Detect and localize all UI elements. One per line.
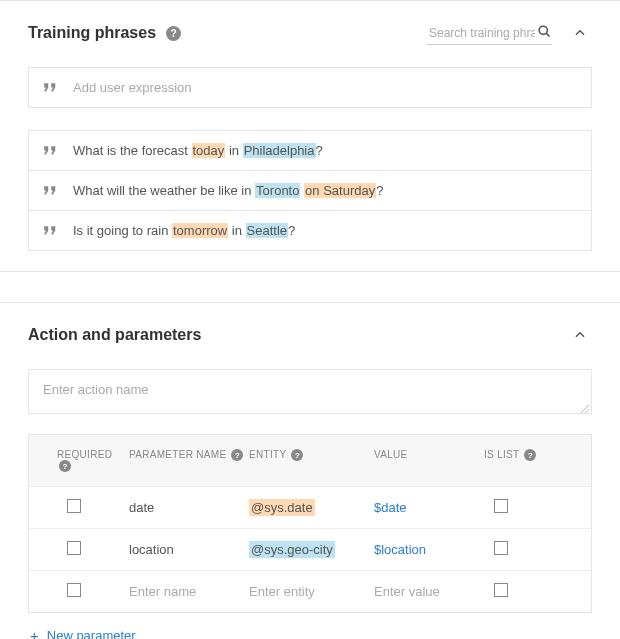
action-parameters-header: Action and parameters	[28, 323, 592, 347]
entity-badge[interactable]: @sys.geo-city	[249, 541, 335, 558]
param-value-cell[interactable]: $location	[374, 542, 426, 557]
is-list-checkbox[interactable]	[494, 583, 508, 597]
training-phrase-row[interactable]: What is the forecast today in Philadelph…	[29, 131, 591, 170]
quote-icon	[43, 145, 59, 157]
quote-icon	[43, 82, 59, 94]
header-entity: ENTITY ?	[249, 449, 374, 472]
city-entity-highlight[interactable]: Seattle	[246, 223, 288, 238]
training-phrases-list: What is the forecast today in Philadelph…	[28, 130, 592, 251]
training-search[interactable]	[427, 22, 552, 45]
quote-icon	[43, 225, 59, 237]
parameter-row[interactable]: location @sys.geo-city $location	[29, 528, 591, 570]
param-entity-placeholder[interactable]: Enter entity	[249, 584, 374, 599]
help-icon[interactable]: ?	[231, 449, 243, 461]
required-checkbox[interactable]	[67, 499, 81, 513]
parameter-row-empty[interactable]: Enter name Enter entity Enter value	[29, 570, 591, 612]
is-list-checkbox[interactable]	[494, 499, 508, 513]
help-icon[interactable]: ?	[524, 449, 536, 461]
action-parameters-title: Action and parameters	[28, 326, 201, 344]
param-name-cell[interactable]: date	[129, 500, 249, 515]
action-name-field[interactable]	[28, 369, 592, 414]
header-param-name: PARAMETER NAME ?	[129, 449, 249, 472]
param-value-cell[interactable]: $date	[374, 500, 407, 515]
add-expression-input[interactable]	[73, 80, 577, 95]
header-value: VALUE	[374, 449, 484, 472]
collapse-training-icon[interactable]	[568, 21, 592, 45]
date-entity-highlight[interactable]: tomorrow	[172, 223, 228, 238]
required-checkbox[interactable]	[67, 541, 81, 555]
collapse-action-icon[interactable]	[568, 323, 592, 347]
parameters-table: REQUIRED ? PARAMETER NAME ? ENTITY ? VAL…	[28, 434, 592, 613]
search-icon[interactable]	[537, 24, 552, 42]
is-list-checkbox[interactable]	[494, 541, 508, 555]
param-name-cell[interactable]: location	[129, 542, 249, 557]
resize-handle-icon[interactable]	[579, 401, 589, 411]
date-entity-highlight[interactable]: on Saturday	[304, 183, 376, 198]
svg-point-0	[539, 26, 547, 34]
svg-line-2	[581, 405, 589, 413]
param-value-placeholder[interactable]: Enter value	[374, 584, 484, 599]
training-phrases-header: Training phrases ?	[28, 21, 592, 45]
phrase-text: What is the forecast today in Philadelph…	[73, 143, 323, 158]
add-expression-row[interactable]	[29, 68, 591, 107]
date-entity-highlight[interactable]: today	[192, 143, 226, 158]
entity-badge[interactable]: @sys.date	[249, 499, 315, 516]
plus-icon: +	[30, 627, 39, 639]
city-entity-highlight[interactable]: Philadelphia	[243, 143, 316, 158]
svg-line-1	[546, 33, 549, 36]
param-name-placeholder[interactable]: Enter name	[129, 584, 249, 599]
city-entity-highlight[interactable]: Toronto	[255, 183, 300, 198]
parameter-row[interactable]: date @sys.date $date	[29, 486, 591, 528]
quote-icon	[43, 185, 59, 197]
training-phrase-row[interactable]: Is it going to rain tomorrow in Seattle?	[29, 210, 591, 250]
header-required: REQUIRED ?	[39, 449, 129, 472]
help-icon[interactable]: ?	[59, 460, 71, 472]
help-icon[interactable]: ?	[166, 26, 181, 41]
phrase-text: What will the weather be like in Toronto…	[73, 183, 383, 198]
header-is-list: IS LIST ?	[484, 449, 554, 472]
required-checkbox[interactable]	[67, 583, 81, 597]
parameters-table-header: REQUIRED ? PARAMETER NAME ? ENTITY ? VAL…	[29, 435, 591, 486]
training-phrases-title: Training phrases	[28, 24, 156, 42]
training-phrases-section: Training phrases ? What is the forecast …	[0, 0, 620, 272]
training-phrase-row[interactable]: What will the weather be like in Toronto…	[29, 170, 591, 210]
svg-line-3	[585, 409, 589, 413]
search-input[interactable]	[427, 22, 537, 44]
add-expression-card	[28, 67, 592, 108]
action-name-input[interactable]	[29, 370, 591, 410]
action-parameters-section: Action and parameters REQUIRED ? PARAMET…	[0, 302, 620, 639]
phrase-text: Is it going to rain tomorrow in Seattle?	[73, 223, 295, 238]
help-icon[interactable]: ?	[291, 449, 303, 461]
new-parameter-button[interactable]: + New parameter	[28, 613, 592, 639]
